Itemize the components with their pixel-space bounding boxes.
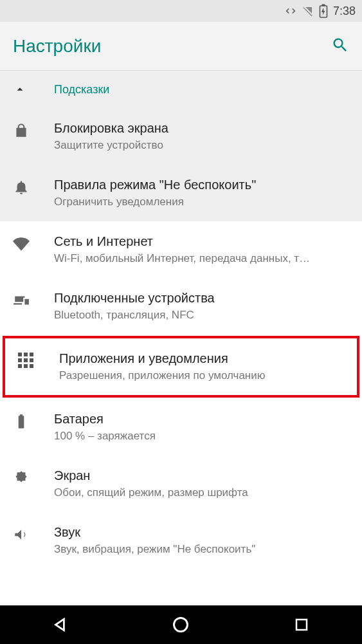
settings-title: Экран xyxy=(54,467,349,484)
settings-title: Звук xyxy=(54,524,349,541)
clock-text: 7:38 xyxy=(333,5,356,18)
circle-home-icon xyxy=(172,616,190,634)
square-recent-icon xyxy=(294,617,309,632)
brightness-icon xyxy=(13,467,41,486)
page-title: Настройки xyxy=(13,36,101,57)
sound-icon xyxy=(13,524,41,543)
settings-sub: Bluetooth, трансляция, NFC xyxy=(54,308,349,323)
hints-section: Подсказки Блокировка экрана Защитите уст… xyxy=(0,71,362,221)
wifi-icon xyxy=(13,233,41,252)
settings-sub: Wi-Fi, мобильный Интернет, передача данн… xyxy=(54,252,349,266)
settings-list: Сеть и Интернет Wi-Fi, мобильный Интерне… xyxy=(0,221,362,569)
settings-title: Подключенные устройства xyxy=(54,290,349,307)
settings-sub: Разрешения, приложения по умолчанию xyxy=(59,369,344,383)
code-icon xyxy=(284,5,297,17)
devices-icon xyxy=(13,290,41,309)
hint-dnd-rules[interactable]: Правила режима "Не беспокоить" Ограничит… xyxy=(0,165,362,221)
nav-recent-button[interactable] xyxy=(279,612,324,638)
settings-sound[interactable]: Звук Звук, вибрация, режим "Не беспокоит… xyxy=(0,512,362,569)
hint-sub: Защитите устройство xyxy=(54,138,349,153)
hint-lock-screen[interactable]: Блокировка экрана Защитите устройство xyxy=(0,108,362,165)
settings-battery[interactable]: Батарея 100 % – заряжается xyxy=(0,399,362,455)
hints-header[interactable]: Подсказки xyxy=(0,71,362,108)
hint-title: Правила режима "Не беспокоить" xyxy=(54,176,349,194)
settings-network[interactable]: Сеть и Интернет Wi-Fi, мобильный Интерне… xyxy=(0,221,362,278)
settings-sub: Звук, вибрация, режим "Не беспокоить" xyxy=(54,542,349,557)
hint-sub: Ограничить уведомления xyxy=(54,195,349,210)
settings-title: Приложения и уведомления xyxy=(59,350,344,367)
nav-back-button[interactable] xyxy=(38,612,83,638)
svg-point-2 xyxy=(174,618,188,632)
svg-rect-3 xyxy=(296,620,307,630)
settings-title: Батарея xyxy=(54,410,349,428)
status-bar: 7:38 xyxy=(0,0,362,22)
search-button[interactable] xyxy=(331,36,349,57)
settings-title: Сеть и Интернет xyxy=(54,233,349,250)
battery-icon xyxy=(319,4,328,18)
battery-icon xyxy=(13,410,41,430)
settings-sub: Обои, спящий режим, размер шрифта xyxy=(54,486,349,501)
app-bar: Настройки xyxy=(0,22,362,71)
triangle-back-icon xyxy=(52,616,69,633)
settings-display[interactable]: Экран Обои, спящий режим, размер шрифта xyxy=(0,455,362,512)
settings-apps-notifications[interactable]: Приложения и уведомления Разрешения, при… xyxy=(3,336,359,398)
nav-home-button[interactable] xyxy=(158,612,203,638)
svg-rect-1 xyxy=(321,5,325,6)
settings-sub: 100 % – заряжается xyxy=(54,429,349,444)
chevron-up-icon xyxy=(13,82,27,97)
settings-connected-devices[interactable]: Подключенные устройства Bluetooth, транс… xyxy=(0,278,362,335)
search-icon xyxy=(331,36,349,54)
hints-label: Подсказки xyxy=(54,83,109,97)
apps-icon xyxy=(18,350,46,368)
lock-icon xyxy=(13,120,41,139)
no-sim-icon xyxy=(302,5,314,17)
nav-bar xyxy=(0,605,362,644)
bell-icon xyxy=(13,176,41,196)
hint-title: Блокировка экрана xyxy=(54,120,349,137)
